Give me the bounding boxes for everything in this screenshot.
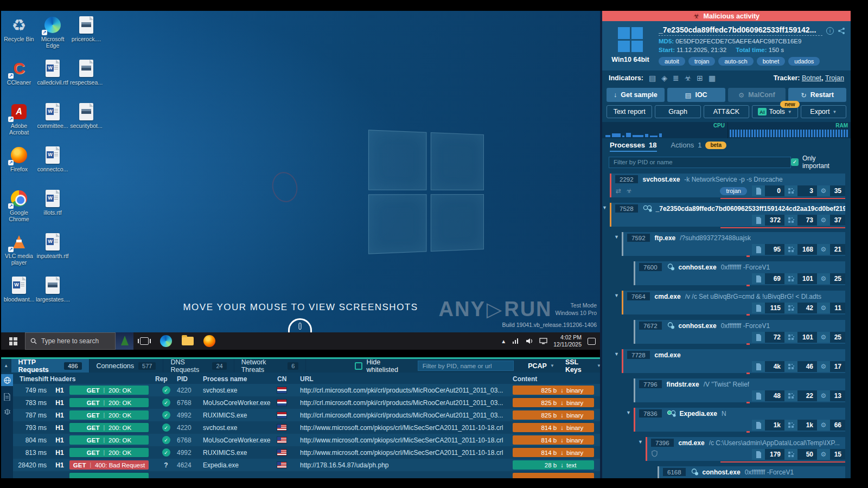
- modules-icon[interactable]: [784, 449, 797, 460]
- table-icon[interactable]: ▦: [709, 74, 716, 82]
- collapse-arrow-icon[interactable]: ▼: [614, 351, 619, 357]
- process-row-7664[interactable]: ▼7664cmd.exe/v /c Set uBivqBrG=cmd & !uB…: [602, 291, 851, 314]
- restart-button[interactable]: ↻Restart: [788, 88, 846, 102]
- modules-icon[interactable]: [784, 244, 797, 255]
- column-header-headers[interactable]: Headers: [50, 375, 155, 383]
- desktop-icon-illots-rtf[interactable]: Willots.rtf: [36, 189, 69, 232]
- content-badge[interactable]: 814 b↓binary: [513, 435, 594, 445]
- files-icon[interactable]: [752, 185, 765, 196]
- modules-icon[interactable]: [784, 303, 797, 313]
- speaker-icon[interactable]: [526, 338, 533, 344]
- bug-icon[interactable]: [4, 408, 11, 415]
- files-icon[interactable]: [752, 273, 765, 284]
- network-filter-input[interactable]: [418, 361, 514, 371]
- process-filter-input[interactable]: [609, 157, 791, 168]
- collapse-arrow-icon[interactable]: ▼: [614, 293, 619, 298]
- rules-icon[interactable]: ≣: [673, 74, 679, 82]
- column-header-process-name[interactable]: Process name: [203, 375, 274, 383]
- events-icon[interactable]: ⚙: [817, 361, 830, 372]
- tools-dropdown[interactable]: AI Tools ▼ new: [752, 105, 797, 118]
- action-center-icon[interactable]: [588, 338, 596, 345]
- files-icon[interactable]: [752, 303, 765, 313]
- table-row[interactable]: 28420 msH1GET|400: Bad Request?4624Exped…: [13, 459, 601, 471]
- desktop-icon-adobe-acrobat[interactable]: A↗Adobe Acrobat: [2, 102, 36, 145]
- network-icon[interactable]: [512, 338, 520, 344]
- desktop-icon-calledcivil-rtf[interactable]: Wcalledcivil.rtf: [36, 59, 69, 102]
- desktop-icon-firefox[interactable]: ↗Firefox: [2, 145, 36, 189]
- checkbox-checked-icon[interactable]: ✓: [791, 158, 799, 166]
- table-row[interactable]: 804 msH1GET|200: OK✓6768MoUsoCoreWorker.…: [13, 434, 601, 446]
- events-icon[interactable]: ⚙: [817, 420, 830, 431]
- tag-udados[interactable]: udados: [788, 57, 820, 66]
- events-icon[interactable]: ⚙: [817, 303, 830, 313]
- process-row-7836[interactable]: ▼7836Expedia.exeN1k1k⚙66: [602, 408, 851, 432]
- tag-botnet[interactable]: botnet: [757, 57, 786, 66]
- column-header-pid[interactable]: PID: [177, 375, 203, 383]
- column-header-rep[interactable]: Rep: [155, 375, 177, 383]
- content-badge[interactable]: 825 b↓binary: [513, 386, 594, 395]
- tray-expand-icon[interactable]: ▲: [501, 338, 506, 344]
- process-row-7600[interactable]: 7600conhost.exe0xffffffff -ForceV169101⚙…: [602, 261, 851, 285]
- content-badge[interactable]: 814 b↓binary: [513, 423, 594, 432]
- modules-icon[interactable]: [784, 215, 797, 226]
- modules-icon[interactable]: [784, 420, 797, 431]
- shield-icon[interactable]: ◈: [661, 74, 667, 82]
- events-icon[interactable]: ⚙: [817, 449, 830, 460]
- desktop-icon-securitybot-[interactable]: securitybot...: [69, 102, 103, 145]
- desktop-icon-recycle-bin[interactable]: ♻Recycle Bin: [2, 15, 36, 59]
- files-icon[interactable]: [752, 390, 765, 401]
- events-icon[interactable]: ⚙: [817, 390, 830, 401]
- events-icon[interactable]: ⚙: [817, 332, 830, 343]
- ssl-keys-dropdown[interactable]: SSL Keys▼: [565, 358, 601, 374]
- modules-icon[interactable]: [784, 185, 797, 196]
- collapse-arrow-icon[interactable]: ▼: [614, 234, 619, 240]
- table-row[interactable]: 793 msH1GET|200: OK✓4220svchost.exehttp:…: [13, 421, 601, 434]
- layers-icon[interactable]: ▤: [649, 74, 656, 82]
- tracker-link-trojan[interactable]: Trojan: [825, 74, 844, 82]
- process-row-7528[interactable]: ▼7528_7e2350cda89ffedc7bd060962533ff1591…: [602, 203, 851, 227]
- table-row[interactable]: 813 msH1GET|200: OK✓4992RUXIMICS.exehttp…: [13, 446, 601, 459]
- tab-processes[interactable]: Processes18: [610, 138, 657, 152]
- text-report-button[interactable]: Text report: [607, 105, 652, 118]
- modules-icon[interactable]: [784, 390, 797, 401]
- malconf-button[interactable]: ⚙MalConf: [728, 88, 786, 102]
- pcap-dropdown[interactable]: PCAP▼: [528, 362, 554, 370]
- desktop-icon-google-chrome[interactable]: ↗Google Chrome: [2, 189, 36, 232]
- table-row[interactable]: 787 msH1GET|200: OK✓4992RUXIMICS.exehttp…: [13, 409, 601, 421]
- modules-icon[interactable]: [784, 361, 797, 372]
- collapse-panel-icon[interactable]: ▲: [1, 363, 11, 368]
- desktop-icon-inputearth-rtf[interactable]: Winputearth.rtf: [36, 232, 69, 275]
- files-icon[interactable]: [752, 215, 765, 226]
- content-badge[interactable]: 814 b↓binary: [513, 448, 594, 457]
- task-name[interactable]: _7e2350cda89ffedc7bd060962533ff159142...: [659, 25, 822, 36]
- desktop-icon-ccleaner[interactable]: C↗CCleaner: [2, 59, 36, 102]
- taskbar-edge-button[interactable]: [155, 332, 177, 350]
- table-row[interactable]: [13, 471, 601, 478]
- export-dropdown[interactable]: Export ▼: [801, 105, 846, 118]
- network-tab-http-requests[interactable]: HTTP Requests486: [11, 359, 90, 373]
- get-sample-button[interactable]: ↓Get sample: [607, 88, 665, 102]
- attck-button[interactable]: ATT&CK: [704, 105, 749, 118]
- taskbar-firefox-button[interactable]: [199, 332, 220, 350]
- desktop-icon-connectco-[interactable]: Wconnectco...: [36, 145, 69, 189]
- process-row-7796[interactable]: 7796findstr.exe/V "Twist" Relief4822⚙13: [602, 378, 851, 402]
- taskbar-clock[interactable]: 4:02 PM 12/11/2025: [553, 334, 582, 348]
- network-tab-network-threats[interactable]: Network Threats6: [234, 359, 307, 373]
- taskbar-search[interactable]: [25, 332, 116, 350]
- desktop-icon-committee-[interactable]: Wcommittee...: [36, 102, 69, 145]
- content-badge[interactable]: 825 b↓binary: [513, 410, 594, 420]
- tab-actions[interactable]: Actions1 beta: [671, 138, 726, 152]
- column-header-url[interactable]: URL: [300, 375, 513, 383]
- desktop-icon-pricerock-[interactable]: pricerock....: [69, 15, 103, 59]
- files-icon[interactable]: [752, 361, 765, 372]
- search-highlight-image[interactable]: [116, 332, 133, 350]
- tag-trojan[interactable]: trojan: [688, 57, 716, 66]
- events-icon[interactable]: ⚙: [817, 244, 830, 255]
- table-row[interactable]: 783 msH1GET|200: OK✓6768MoUsoCoreWorker.…: [13, 396, 601, 409]
- tag-autoit[interactable]: autoit: [659, 57, 685, 66]
- process-row-7728[interactable]: ▼7728cmd.exe4k46⚙17: [602, 349, 851, 373]
- process-row-7672[interactable]: 7672conhost.exe0xffffffff -ForceV172101⚙…: [602, 320, 851, 344]
- ioc-button[interactable]: ▤IOC: [667, 88, 725, 102]
- graph-button[interactable]: Graph: [655, 105, 700, 118]
- network-tab-connections[interactable]: Connections577: [90, 359, 164, 373]
